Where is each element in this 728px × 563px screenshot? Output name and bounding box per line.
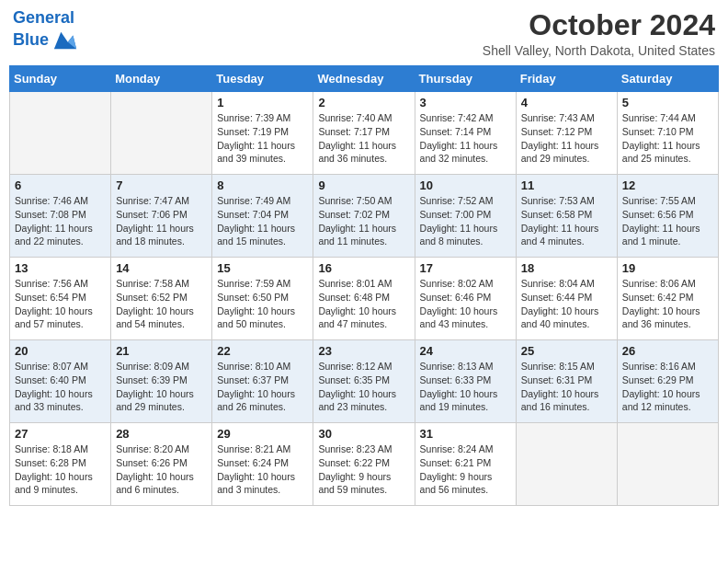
cell-content: Sunrise: 7:52 AM [420,194,511,208]
day-number: 9 [318,178,409,192]
cell-content: Sunrise: 8:23 AM [318,442,409,456]
cell-content: Sunset: 6:21 PM [420,456,511,470]
cell-content: Sunrise: 8:21 AM [217,442,308,456]
day-number: 31 [420,427,511,441]
calendar-cell: 8Sunrise: 7:49 AMSunset: 7:04 PMDaylight… [212,175,313,258]
cell-content: Sunset: 6:22 PM [318,456,409,470]
cell-content: Sunset: 6:56 PM [622,208,713,222]
day-number: 14 [116,261,207,275]
day-number: 19 [622,261,713,275]
calendar-cell: 11Sunrise: 7:53 AMSunset: 6:58 PMDayligh… [516,175,617,258]
day-number: 4 [521,96,612,109]
cell-content: Sunset: 7:17 PM [318,125,409,139]
cell-content: Sunset: 6:39 PM [116,373,207,387]
cell-content: Sunrise: 8:15 AM [521,360,612,373]
col-friday: Friday [516,66,617,92]
cell-content: Daylight: 11 hours and 32 minutes. [420,139,511,166]
day-number: 28 [116,427,207,441]
day-number: 20 [15,344,106,358]
calendar-cell [111,92,212,175]
cell-content: Sunrise: 7:59 AM [217,277,308,291]
calendar-cell: 9Sunrise: 7:50 AMSunset: 7:02 PMDaylight… [313,175,415,258]
page-header: General Blue October 2024 Shell Valley, … [9,9,719,58]
cell-content: Sunset: 7:04 PM [217,208,308,222]
calendar-cell: 7Sunrise: 7:47 AMSunset: 7:06 PMDaylight… [111,175,212,258]
day-number: 7 [116,178,207,192]
cell-content: Sunset: 7:08 PM [15,208,106,222]
calendar-cell: 29Sunrise: 8:21 AMSunset: 6:24 PMDayligh… [212,423,313,506]
week-row-1: 1Sunrise: 7:39 AMSunset: 7:19 PMDaylight… [10,92,719,175]
day-number: 24 [420,344,511,358]
day-number: 26 [622,344,713,358]
cell-content: Sunset: 7:19 PM [217,125,308,139]
cell-content: Sunrise: 8:24 AM [420,442,511,456]
cell-content: Daylight: 11 hours and 18 minutes. [116,222,207,248]
cell-content: Sunrise: 8:13 AM [420,360,511,373]
cell-content: Daylight: 10 hours and 23 minutes. [318,387,409,414]
cell-content: Sunrise: 8:07 AM [15,360,106,373]
cell-content: Sunrise: 8:16 AM [622,360,713,373]
cell-content: Sunrise: 7:50 AM [318,194,409,208]
calendar-cell [516,423,617,506]
day-number: 12 [622,178,713,192]
col-monday: Monday [111,66,212,92]
day-number: 11 [521,178,612,192]
cell-content: Sunset: 6:46 PM [420,291,511,304]
title-block: October 2024 Shell Valley, North Dakota,… [483,9,715,58]
cell-content: Daylight: 11 hours and 39 minutes. [217,139,308,166]
cell-content: Daylight: 10 hours and 29 minutes. [116,387,207,414]
cell-content: Sunrise: 7:49 AM [217,194,308,208]
cell-content: Sunrise: 7:44 AM [622,111,713,125]
cell-content: Sunrise: 8:10 AM [217,360,308,373]
day-number: 17 [420,261,511,275]
cell-content: Daylight: 10 hours and 54 minutes. [116,304,207,331]
cell-content: Sunset: 7:00 PM [420,208,511,222]
week-row-5: 27Sunrise: 8:18 AMSunset: 6:28 PMDayligh… [10,423,719,506]
cell-content: Daylight: 10 hours and 40 minutes. [521,304,612,331]
day-number: 13 [15,261,106,275]
day-number: 25 [521,344,612,358]
calendar-cell [10,92,111,175]
col-thursday: Thursday [415,66,516,92]
cell-content: Sunrise: 8:18 AM [15,442,106,456]
cell-content: Daylight: 10 hours and 12 minutes. [622,387,713,414]
cell-content: Sunrise: 8:12 AM [318,360,409,373]
col-sunday: Sunday [10,66,111,92]
cell-content: Daylight: 9 hours and 56 minutes. [420,470,511,497]
calendar-cell: 20Sunrise: 8:07 AMSunset: 6:40 PMDayligh… [10,340,111,423]
calendar-cell: 16Sunrise: 8:01 AMSunset: 6:48 PMDayligh… [313,258,415,340]
cell-content: Sunrise: 7:55 AM [622,194,713,208]
cell-content: Sunset: 6:54 PM [15,291,106,304]
cell-content: Sunset: 6:33 PM [420,373,511,387]
cell-content: Sunset: 6:35 PM [318,373,409,387]
cell-content: Daylight: 10 hours and 57 minutes. [15,304,106,331]
day-number: 2 [318,96,409,109]
calendar-cell: 28Sunrise: 8:20 AMSunset: 6:26 PMDayligh… [111,423,212,506]
cell-content: Daylight: 11 hours and 15 minutes. [217,222,308,248]
cell-content: Daylight: 9 hours and 59 minutes. [318,470,409,497]
day-number: 16 [318,261,409,275]
day-number: 15 [217,261,308,275]
calendar-cell: 1Sunrise: 7:39 AMSunset: 7:19 PMDaylight… [212,92,313,175]
cell-content: Daylight: 10 hours and 3 minutes. [217,470,308,497]
cell-content: Daylight: 10 hours and 36 minutes. [622,304,713,331]
col-wednesday: Wednesday [313,66,415,92]
calendar-cell: 5Sunrise: 7:44 AMSunset: 7:10 PMDaylight… [617,92,718,175]
calendar-cell: 23Sunrise: 8:12 AMSunset: 6:35 PMDayligh… [313,340,415,423]
cell-content: Sunset: 6:31 PM [521,373,612,387]
cell-content: Sunset: 7:12 PM [521,125,612,139]
day-number: 21 [116,344,207,358]
col-saturday: Saturday [617,66,718,92]
cell-content: Sunset: 6:50 PM [217,291,308,304]
cell-content: Sunrise: 7:46 AM [15,194,106,208]
cell-content: Sunrise: 8:01 AM [318,277,409,291]
cell-content: Daylight: 11 hours and 8 minutes. [420,222,511,248]
calendar-cell: 17Sunrise: 8:02 AMSunset: 6:46 PMDayligh… [415,258,516,340]
cell-content: Daylight: 10 hours and 50 minutes. [217,304,308,331]
calendar-cell: 14Sunrise: 7:58 AMSunset: 6:52 PMDayligh… [111,258,212,340]
calendar-cell: 31Sunrise: 8:24 AMSunset: 6:21 PMDayligh… [415,423,516,506]
calendar-cell: 25Sunrise: 8:15 AMSunset: 6:31 PMDayligh… [516,340,617,423]
cell-content: Daylight: 11 hours and 25 minutes. [622,139,713,166]
logo-text: General [13,9,78,28]
calendar-cell: 4Sunrise: 7:43 AMSunset: 7:12 PMDaylight… [516,92,617,175]
